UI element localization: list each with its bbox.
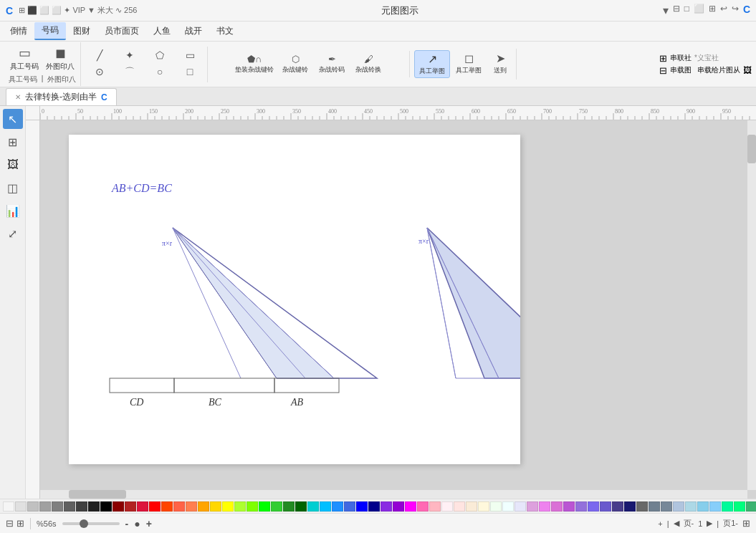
tool-star-shape[interactable]: ✦	[115, 48, 144, 63]
color-swatch[interactable]	[222, 501, 234, 512]
zoom-dot[interactable]: ●	[134, 518, 140, 529]
color-swatch[interactable]	[636, 501, 648, 512]
color-swatch[interactable]	[441, 501, 453, 512]
tool-line[interactable]: ╱	[85, 48, 114, 63]
color-swatch[interactable]	[551, 501, 563, 512]
zoom-minus[interactable]: -	[125, 518, 129, 529]
menu-people[interactable]: 人鱼	[146, 23, 178, 39]
color-swatch[interactable]	[295, 501, 307, 512]
color-swatch[interactable]	[417, 501, 429, 512]
sidebar-btn-pointer[interactable]: ↖	[3, 109, 23, 129]
fit-page-icon[interactable]: ⊞	[16, 518, 24, 529]
color-swatch[interactable]	[100, 501, 112, 512]
color-swatch[interactable]	[247, 501, 258, 512]
color-swatch[interactable]	[76, 501, 87, 512]
prev-page-btn[interactable]: ◀	[674, 519, 679, 528]
rt-item1[interactable]: ⊞ 串联社 *义宝社	[659, 53, 752, 64]
color-swatch[interactable]	[125, 501, 136, 512]
tool-select[interactable]: ▭ 具工号码	[7, 44, 42, 73]
tool-circle[interactable]: ○	[145, 64, 174, 81]
color-swatch[interactable]	[173, 501, 185, 512]
color-swatch[interactable]	[113, 501, 124, 512]
color-swatch[interactable]	[64, 501, 75, 512]
color-swatch[interactable]	[52, 501, 63, 512]
color-swatch[interactable]	[490, 501, 502, 512]
tool-eraser[interactable]: ◻ 具工举图	[451, 50, 487, 78]
scrollbar-vertical[interactable]	[747, 120, 756, 490]
color-swatch[interactable]	[320, 501, 331, 512]
menu-book[interactable]: 书文	[209, 23, 241, 39]
color-swatch[interactable]	[685, 501, 697, 512]
color-swatch[interactable]	[527, 501, 538, 512]
color-swatch[interactable]	[27, 501, 39, 512]
tool-complex1[interactable]: ⬟∩ 垫装杂战键铃	[232, 52, 277, 76]
menu-open[interactable]: 战开	[178, 23, 209, 39]
menu-page[interactable]: 员市面页	[97, 23, 146, 39]
color-swatch[interactable]	[405, 501, 416, 512]
color-swatch[interactable]	[539, 501, 550, 512]
color-swatch[interactable]	[575, 501, 587, 512]
color-swatch[interactable]	[344, 501, 355, 512]
color-swatch[interactable]	[88, 501, 100, 512]
fit-btn2[interactable]: ⊞	[742, 518, 750, 529]
color-swatch[interactable]	[198, 501, 209, 512]
color-swatch[interactable]	[478, 501, 489, 512]
color-swatch[interactable]	[368, 501, 380, 512]
color-swatch[interactable]	[149, 501, 161, 512]
tool-eyelet[interactable]: ⊙	[85, 64, 114, 81]
color-swatch[interactable]	[210, 501, 221, 512]
color-swatch[interactable]	[332, 501, 343, 512]
rt-item2[interactable]: ⊟ 串载图 串载给片图从 🖼	[659, 65, 752, 76]
zoom-slider[interactable]	[62, 522, 120, 525]
color-swatch[interactable]	[259, 501, 270, 512]
color-swatch[interactable]	[515, 501, 526, 512]
color-swatch[interactable]	[661, 501, 672, 512]
color-swatch[interactable]	[234, 501, 246, 512]
tool-pen[interactable]: ✒ 杂战铃码	[314, 52, 350, 76]
color-swatch[interactable]	[307, 501, 319, 512]
tool-stamp[interactable]: ◼ 外图印八	[43, 44, 77, 73]
color-swatch[interactable]	[161, 501, 173, 512]
tool-rect-shape[interactable]: ▭	[176, 48, 204, 63]
color-swatch[interactable]	[722, 501, 733, 512]
sidebar-btn-layers[interactable]: ◫	[3, 178, 23, 198]
canvas[interactable]: AB+CD=BC	[40, 120, 747, 490]
color-swatch[interactable]	[271, 501, 282, 512]
color-swatch[interactable]	[588, 501, 599, 512]
color-swatch[interactable]	[15, 501, 27, 512]
tool-brush[interactable]: 🖌 杂战铃换	[350, 52, 386, 76]
color-swatch[interactable]	[709, 501, 721, 512]
tool-arc-shape[interactable]: ⌒	[115, 64, 144, 81]
fit-icon[interactable]: ⊟	[6, 518, 14, 529]
menu-edit[interactable]: 号码	[34, 22, 66, 40]
color-swatch[interactable]	[697, 501, 709, 512]
scrollbar-horizontal[interactable]	[40, 490, 747, 499]
color-swatch[interactable]	[649, 501, 660, 512]
color-swatch[interactable]	[429, 501, 441, 512]
color-swatch[interactable]	[3, 501, 14, 512]
zoom-thumb[interactable]	[80, 519, 88, 528]
color-swatch[interactable]	[381, 501, 392, 512]
color-swatch[interactable]	[600, 501, 611, 512]
tool-pointer-active[interactable]: ↗ 具工举图	[414, 50, 450, 78]
color-swatch[interactable]	[624, 501, 636, 512]
color-swatch[interactable]	[466, 501, 477, 512]
tab-close-icon[interactable]: ✕	[15, 93, 21, 101]
color-swatch[interactable]	[186, 501, 197, 512]
sidebar-btn-chart[interactable]: 📊	[3, 201, 23, 221]
menu-view[interactable]: 图财	[66, 23, 97, 39]
next-page-btn[interactable]: ▶	[707, 519, 712, 528]
sidebar-btn-image[interactable]: 🖼	[3, 155, 23, 175]
color-swatch[interactable]	[734, 501, 745, 512]
color-swatch[interactable]	[746, 501, 756, 512]
color-swatch[interactable]	[137, 501, 148, 512]
tool-pentagon[interactable]: ⬠	[145, 48, 174, 63]
tool-complex2[interactable]: ⬡ 杂战键铃	[277, 52, 313, 76]
add-page-btn[interactable]: +	[658, 519, 662, 528]
color-swatch[interactable]	[563, 501, 575, 512]
sidebar-btn-grid[interactable]: ⊞	[3, 132, 23, 152]
color-swatch[interactable]	[612, 501, 623, 512]
main-tab[interactable]: ✕ 去律转换-选则由半 C	[6, 88, 117, 105]
tool-send[interactable]: ➤ 送到	[487, 50, 513, 78]
tool-rect2[interactable]: □	[176, 64, 204, 81]
